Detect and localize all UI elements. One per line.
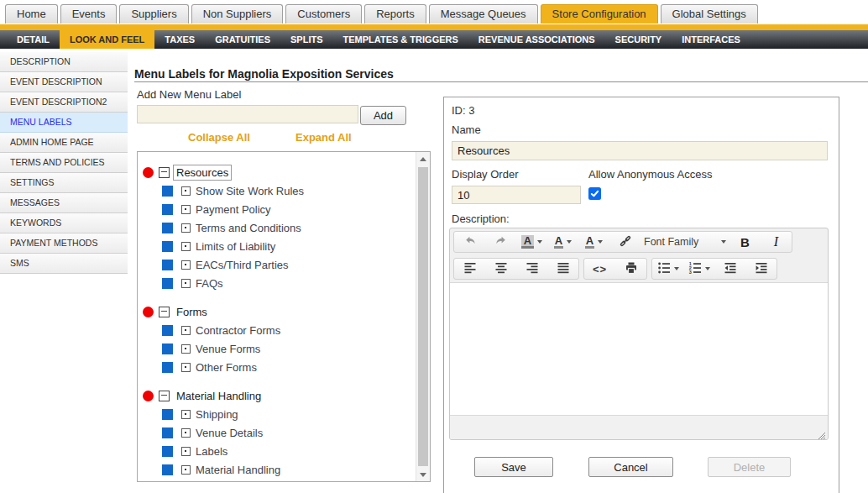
top-tab-message-queues[interactable]: Message Queues: [429, 4, 538, 24]
sub-tab-taxes[interactable]: TAXES: [154, 30, 205, 49]
collapse-toggle-icon[interactable]: [159, 307, 170, 317]
top-tab-suppliers[interactable]: Suppliers: [119, 4, 188, 24]
link-button[interactable]: [609, 232, 641, 252]
sidebar-item-terms-and-policies[interactable]: TERMS AND POLICIES: [0, 153, 128, 173]
tree-node-label[interactable]: EACs/Third Parties: [196, 259, 289, 271]
sidebar-item-sms[interactable]: SMS: [0, 254, 128, 274]
undo-button[interactable]: [454, 232, 485, 252]
tree-child-row[interactable]: Material Handling: [141, 460, 416, 479]
top-tab-global-settings[interactable]: Global Settings: [661, 4, 758, 24]
scrollbar-up-arrow[interactable]: [416, 152, 430, 165]
top-tab-customers[interactable]: Customers: [285, 4, 362, 24]
tree-child-row[interactable]: EACs/Third Parties: [141, 255, 416, 274]
tree-node-label[interactable]: Forms: [173, 304, 211, 320]
sub-tab-look-and-feel[interactable]: LOOK AND FEEL: [60, 30, 154, 49]
tree-node-label[interactable]: Contractor Forms: [196, 324, 280, 337]
add-button[interactable]: Add: [360, 106, 406, 125]
textcolor-button[interactable]: A: [578, 232, 609, 252]
indent-button[interactable]: [745, 259, 776, 279]
tree-child-row[interactable]: Terms and Conditions: [141, 218, 416, 237]
sub-tab-security[interactable]: SECURITY: [605, 30, 672, 49]
tree-node-label[interactable]: Other Forms: [196, 361, 257, 374]
sidebar-item-settings[interactable]: SETTINGS: [0, 173, 128, 193]
tree-node-label[interactable]: Show Site Work Rules: [196, 185, 304, 197]
blue-status-icon: [162, 464, 173, 475]
tree-node-label[interactable]: Venue Details: [196, 427, 263, 439]
sub-tab-detail[interactable]: DETAIL: [7, 30, 60, 49]
sub-tab-splits[interactable]: SPLITS: [280, 30, 333, 49]
redo-button[interactable]: [485, 232, 516, 252]
backcolor-button[interactable]: A: [516, 232, 547, 252]
bullist-button[interactable]: [652, 259, 683, 279]
chevron-down-icon: [598, 240, 603, 244]
save-button[interactable]: Save: [474, 457, 553, 477]
tree-child-row[interactable]: FAQs: [141, 274, 416, 292]
top-tab-reports[interactable]: Reports: [364, 4, 426, 24]
tree-node-label[interactable]: Shipping: [196, 408, 238, 421]
sidebar-item-admin-home-page[interactable]: ADMIN HOME PAGE: [0, 133, 128, 153]
display-order-field[interactable]: [452, 186, 581, 204]
editor-content-area[interactable]: [450, 282, 828, 416]
top-navigation: HomeEventsSuppliersNon SuppliersCustomer…: [0, 0, 868, 24]
code-button[interactable]: <>: [584, 259, 615, 279]
tree-node-label[interactable]: Payment Policy: [196, 203, 271, 216]
sub-tab-gratuities[interactable]: GRATUITIES: [205, 30, 280, 49]
tree-node-label[interactable]: Material Handling: [173, 388, 264, 404]
scrollbar-down-arrow[interactable]: [416, 468, 430, 481]
outdent-button[interactable]: [714, 259, 745, 279]
tree-node-label[interactable]: FAQs: [196, 277, 223, 290]
alignleft-button[interactable]: [454, 259, 485, 279]
tree-node-label[interactable]: Resources: [173, 165, 232, 181]
sidebar-item-messages[interactable]: MESSAGES: [0, 193, 128, 213]
sidebar-item-menu-labels[interactable]: MENU LABELS: [0, 113, 128, 133]
tree-child-row[interactable]: Contractor Forms: [141, 321, 416, 339]
sub-tab-revenue-associations[interactable]: REVENUE ASSOCIATIONS: [468, 30, 605, 49]
tree-node-label[interactable]: Terms and Conditions: [196, 222, 301, 234]
top-tab-store-configuration[interactable]: Store Configuration: [541, 4, 658, 24]
red-status-icon: [143, 307, 154, 317]
sub-tab-templates-triggers[interactable]: TEMPLATES & TRIGGERS: [333, 30, 468, 49]
top-tab-non-suppliers[interactable]: Non Suppliers: [191, 4, 284, 24]
sub-tab-interfaces[interactable]: INTERFACES: [672, 30, 750, 49]
tree-child-row[interactable]: Other Forms: [141, 358, 416, 376]
tree-child-row[interactable]: Shipping: [141, 405, 416, 423]
resize-grip-icon[interactable]: [817, 431, 826, 440]
sidebar-item-event-description2[interactable]: EVENT DESCRIPTION2: [0, 92, 128, 113]
tree-child-row[interactable]: Labels: [141, 442, 416, 460]
tree-child-row[interactable]: Limits of Liability: [141, 237, 416, 255]
expand-all-link[interactable]: Expand All: [295, 131, 352, 144]
scrollbar-thumb[interactable]: [418, 167, 428, 466]
forecolor-button[interactable]: A: [547, 232, 578, 252]
top-tab-events[interactable]: Events: [60, 4, 118, 24]
aligncenter-button[interactable]: [485, 259, 516, 279]
tree-node-label[interactable]: Labels: [196, 445, 227, 458]
tree-child-row[interactable]: Show Site Work Rules: [141, 181, 416, 200]
sidebar-item-payment-methods[interactable]: PAYMENT METHODS: [0, 233, 128, 254]
add-menu-label-input[interactable]: [137, 105, 358, 123]
top-tab-home[interactable]: Home: [5, 4, 58, 24]
numlist-button[interactable]: 123: [683, 259, 714, 279]
name-field[interactable]: [452, 141, 828, 160]
tree-node-label[interactable]: Limits of Liability: [196, 240, 275, 253]
collapse-toggle-icon[interactable]: [159, 391, 170, 401]
tree-child-row[interactable]: Venue Forms: [141, 339, 416, 358]
bold-button[interactable]: B: [729, 232, 761, 252]
collapse-toggle-icon[interactable]: [159, 167, 170, 178]
cancel-button[interactable]: Cancel: [588, 457, 673, 477]
tree-node-label[interactable]: Material Handling: [196, 464, 280, 476]
tree-child-row[interactable]: Venue Details: [141, 423, 416, 442]
tree-node-label[interactable]: Venue Forms: [196, 343, 260, 355]
allow-anonymous-access-checkbox[interactable]: [588, 187, 601, 200]
italic-button[interactable]: I: [761, 232, 792, 252]
fontfamily-button[interactable]: Font Family: [641, 232, 729, 252]
alignright-button[interactable]: [516, 259, 547, 279]
sidebar-item-description[interactable]: DESCRIPTION: [0, 52, 128, 72]
red-status-icon: [143, 391, 154, 401]
collapse-all-link[interactable]: Collapse All: [188, 131, 250, 144]
tree-scrollbar[interactable]: [416, 152, 430, 481]
sidebar-item-event-description[interactable]: EVENT DESCRIPTION: [0, 72, 128, 92]
print-button[interactable]: [615, 259, 646, 279]
tree-child-row[interactable]: Payment Policy: [141, 200, 416, 218]
sidebar-item-keywords[interactable]: KEYWORDS: [0, 213, 128, 233]
justify-button[interactable]: [547, 259, 578, 279]
